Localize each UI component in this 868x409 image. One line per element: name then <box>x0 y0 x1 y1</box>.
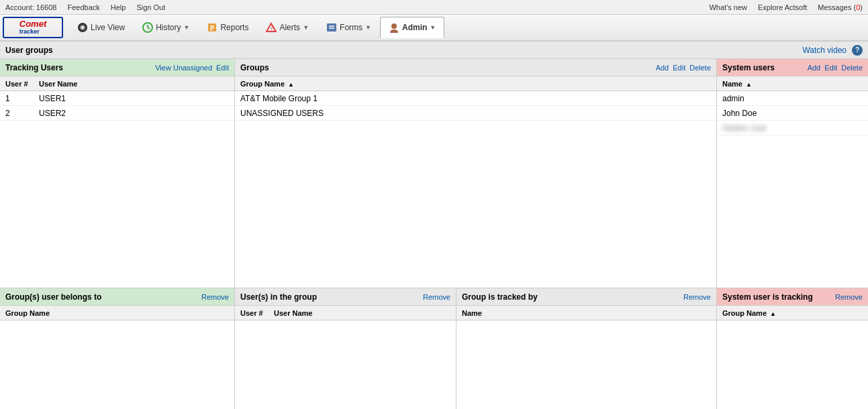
messages-badge[interactable]: Messages (0) <box>818 3 863 11</box>
users-in-group-col-header: User # User Name <box>235 306 456 320</box>
alerts-icon: ! <box>266 22 277 33</box>
system-users-edit-link[interactable]: Edit <box>824 64 837 72</box>
svg-text:!: ! <box>271 25 273 32</box>
tab-reports-label: Reports <box>220 23 248 32</box>
system-user-name: admin <box>722 94 863 103</box>
top-bar-left: Account: 16608 Feedback Help Sign Out <box>5 3 165 11</box>
view-unassigned-link[interactable]: View Unassigned <box>155 64 212 72</box>
tab-forms[interactable]: Forms ▼ <box>318 17 380 38</box>
group-belongs-remove-link[interactable]: Remove <box>201 293 229 301</box>
whatsnew-link[interactable]: What's new <box>709 3 747 11</box>
feedback-link[interactable]: Feedback <box>67 3 99 11</box>
sort-arrow-icon: ▲ <box>288 81 294 88</box>
logo-tracker: tracker <box>19 29 46 36</box>
system-tracking-actions: Remove <box>835 293 863 301</box>
user-name: USER1 <box>39 94 229 103</box>
tab-history[interactable]: History ▼ <box>134 17 198 38</box>
tracking-users-title: Tracking Users <box>5 63 63 72</box>
table-row[interactable]: UNASSIGNED USERS <box>235 106 716 121</box>
svg-rect-12 <box>327 23 336 32</box>
group-tracked-title: Group is tracked by <box>462 292 538 302</box>
system-users-col-header: Name ▲ <box>717 76 868 91</box>
system-tracking-header: System user is tracking Remove <box>717 288 868 306</box>
groups-header: Groups Add Edit Delete <box>235 59 716 76</box>
reports-icon <box>207 22 218 33</box>
user-num: 2 <box>5 109 39 118</box>
watch-video-link[interactable]: Watch video <box>802 46 847 55</box>
tab-liveview[interactable]: Live View <box>68 17 134 38</box>
system-tracking-col-header: Group Name ▲ <box>717 306 868 320</box>
system-tracking-remove-link[interactable]: Remove <box>835 293 863 301</box>
nav-bar: Comet tracker Live View History ▼ Report… <box>0 15 868 42</box>
svg-point-2 <box>81 26 84 29</box>
group-tracked-actions: Remove <box>683 293 711 301</box>
system-users-header: System users Add Edit Delete <box>717 59 868 76</box>
logo[interactable]: Comet tracker <box>3 17 63 38</box>
groups-body[interactable]: AT&T Mobile Group 1 UNASSIGNED USERS <box>235 91 716 288</box>
group-tracked-panel: Group is tracked by Remove Name <box>456 288 717 409</box>
table-row[interactable]: Hidden User <box>717 121 868 135</box>
system-users-body[interactable]: admin John Doe Hidden User <box>717 91 868 288</box>
group-name: UNASSIGNED USERS <box>240 109 711 118</box>
group-tracked-header: Group is tracked by Remove <box>456 288 716 306</box>
users-in-group-actions: Remove <box>423 293 450 301</box>
group-belongs-header: Group(s) user belongs to Remove <box>0 288 234 306</box>
system-users-delete-link[interactable]: Delete <box>841 64 863 72</box>
account-label: Account: 16608 <box>5 3 56 11</box>
users-in-group-body[interactable] <box>235 320 456 409</box>
help-icon[interactable]: ? <box>852 45 863 56</box>
groups-actions: Add Edit Delete <box>656 64 711 72</box>
groups-add-link[interactable]: Add <box>656 64 669 72</box>
users-in-group-title: User(s) in the group <box>240 292 317 302</box>
table-row[interactable]: John Doe <box>717 106 868 121</box>
groups-edit-link[interactable]: Edit <box>673 64 685 72</box>
system-tracking-body[interactable] <box>717 320 868 409</box>
table-row[interactable]: 1 USER1 <box>0 91 234 106</box>
forms-chevron-icon: ▼ <box>365 24 371 31</box>
help-link[interactable]: Help <box>111 3 126 11</box>
sort-arrow-icon: ▲ <box>746 81 752 88</box>
users-in-group-header: User(s) in the group Remove <box>235 288 456 306</box>
liveview-icon <box>77 22 88 33</box>
top-bar: Account: 16608 Feedback Help Sign Out Wh… <box>0 0 868 15</box>
system-users-actions: Add Edit Delete <box>808 64 863 72</box>
tab-history-label: History <box>156 23 181 32</box>
table-row[interactable]: admin <box>717 91 868 106</box>
sort-arrow-icon: ▲ <box>770 310 776 317</box>
col-group-name: Group Name ▲ <box>240 80 711 88</box>
tracking-users-panel: Tracking Users View Unassigned Edit User… <box>0 59 235 288</box>
tab-admin[interactable]: Admin ▼ <box>380 17 444 38</box>
group-belongs-panel: Group(s) user belongs to Remove Group Na… <box>0 288 235 409</box>
users-in-group-remove-link[interactable]: Remove <box>423 293 450 301</box>
group-tracked-remove-link[interactable]: Remove <box>683 293 711 301</box>
system-users-add-link[interactable]: Add <box>808 64 821 72</box>
col-user-name: User Name <box>39 80 229 88</box>
table-row[interactable]: 2 USER2 <box>0 106 234 121</box>
user-num: 1 <box>5 94 39 103</box>
col-name: Name ▲ <box>722 80 863 88</box>
system-user-name-blurred: Hidden User <box>722 123 863 133</box>
admin-icon <box>389 22 399 33</box>
tab-reports[interactable]: Reports <box>198 17 257 38</box>
tab-liveview-label: Live View <box>91 23 125 32</box>
page-title-bar: User groups Watch video ? <box>0 42 868 59</box>
logo-comet: Comet <box>19 19 46 29</box>
tab-forms-label: Forms <box>340 23 363 32</box>
explore-actsoft-link[interactable]: Explore Actsoft <box>758 3 807 11</box>
page-title: User groups <box>5 46 53 55</box>
group-tracked-body[interactable] <box>456 320 716 409</box>
signout-link[interactable]: Sign Out <box>136 3 165 11</box>
tracking-users-actions: View Unassigned Edit <box>155 64 229 72</box>
system-tracking-panel: System user is tracking Remove Group Nam… <box>717 288 868 409</box>
system-user-name: John Doe <box>722 109 863 118</box>
table-row[interactable]: AT&T Mobile Group 1 <box>235 91 716 106</box>
top-bar-right: What's new Explore Actsoft Messages (0) <box>709 3 863 11</box>
tracking-users-edit-link[interactable]: Edit <box>216 64 229 72</box>
forms-icon <box>326 22 337 33</box>
svg-line-5 <box>148 27 150 29</box>
tracking-users-body[interactable]: 1 USER1 2 USER2 <box>0 91 234 288</box>
group-belongs-title: Group(s) user belongs to <box>5 292 101 302</box>
tab-alerts[interactable]: ! Alerts ▼ <box>257 17 318 38</box>
groups-delete-link[interactable]: Delete <box>689 64 711 72</box>
group-belongs-body[interactable] <box>0 320 234 409</box>
